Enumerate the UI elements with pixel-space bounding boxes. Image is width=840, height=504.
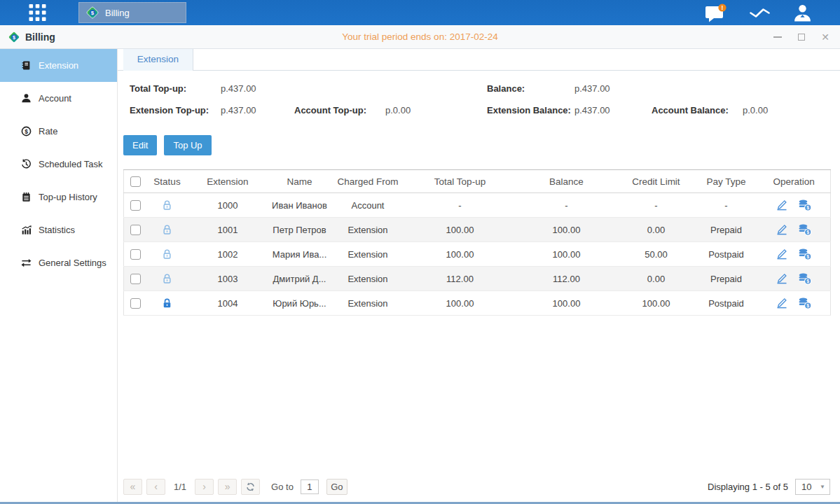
cell-status xyxy=(147,291,188,316)
topup-coins-icon[interactable]: $ xyxy=(798,224,812,236)
trial-notice: Your trial period ends on: 2017-02-24 xyxy=(342,31,497,42)
svg-text:$: $ xyxy=(806,279,809,284)
col-credit-limit: Credit Limit xyxy=(618,170,695,193)
sidebar-item-extension[interactable]: Extension xyxy=(0,49,117,82)
edit-icon[interactable] xyxy=(776,298,788,309)
displaying-text: Displaying 1 - 5 of 5 xyxy=(708,482,788,492)
edit-button[interactable]: Edit xyxy=(123,135,157,155)
cell-checkbox xyxy=(124,291,147,316)
total-topup-value: p.437.00 xyxy=(221,83,256,94)
edit-icon[interactable] xyxy=(776,200,788,211)
table-row: 1000Иван ИвановAccount----$ xyxy=(124,193,831,218)
sidebar-item-label: General Settings xyxy=(39,258,106,268)
chevron-down-icon: ▼ xyxy=(820,484,825,490)
cell-extension: 1000 xyxy=(188,193,268,218)
row-checkbox[interactable] xyxy=(130,225,141,235)
next-page-button[interactable]: › xyxy=(195,479,214,495)
edit-icon[interactable] xyxy=(776,273,788,284)
go-button[interactable]: Go xyxy=(326,479,347,495)
cell-credit-limit: - xyxy=(618,193,695,218)
page-size-select[interactable]: 10 ▼ xyxy=(795,479,830,495)
sidebar-item-statistics[interactable]: Statistics xyxy=(0,214,117,246)
cell-operation: $ xyxy=(758,218,831,242)
cell-total-topup: 100.00 xyxy=(405,242,516,267)
sidebar-item-scheduled-task[interactable]: Scheduled Task xyxy=(0,148,117,181)
cell-balance: 100.00 xyxy=(516,291,618,316)
cell-extension: 1004 xyxy=(188,291,268,316)
cell-pay-type: - xyxy=(695,193,758,218)
col-extension: Extension xyxy=(188,170,268,193)
cell-extension: 1001 xyxy=(188,218,268,242)
row-checkbox[interactable] xyxy=(130,274,141,284)
cell-name: Дмитрий Д... xyxy=(268,267,331,291)
cell-extension: 1002 xyxy=(188,242,268,267)
cell-pay-type: Postpaid xyxy=(695,242,758,267)
cell-status xyxy=(147,193,188,218)
extension-balance-value: p.437.00 xyxy=(574,105,610,115)
main-content: Extension Total Top-up: p.437.00 Balance… xyxy=(118,49,840,502)
account-topup-label: Account Top-up: xyxy=(294,105,366,115)
first-page-button[interactable]: « xyxy=(123,479,142,495)
account-balance-label: Account Balance: xyxy=(652,105,729,115)
edit-icon[interactable] xyxy=(776,224,788,235)
col-balance: Balance xyxy=(516,170,618,193)
sidebar-item-label: Rate xyxy=(39,126,57,136)
sidebar-item-topup-history[interactable]: Top-up History xyxy=(0,181,117,214)
col-status: Status xyxy=(147,170,188,193)
last-page-button[interactable]: » xyxy=(218,479,237,495)
close-icon[interactable]: ✕ xyxy=(820,32,830,42)
cell-charged-from: Account xyxy=(331,193,405,218)
top-up-button[interactable]: Top Up xyxy=(164,135,211,155)
cell-balance: 100.00 xyxy=(516,242,618,267)
cell-operation: $ xyxy=(758,291,831,316)
row-checkbox[interactable] xyxy=(130,298,141,309)
cell-status xyxy=(147,242,188,267)
pagination-bar: « ‹ 1/1 › » Go to Go Displaying 1 - 5 of… xyxy=(123,477,830,496)
edit-icon[interactable] xyxy=(776,248,788,260)
tab-extension[interactable]: Extension xyxy=(123,49,193,71)
page-indicator: 1/1 xyxy=(174,482,186,492)
sidebar-item-label: Extension xyxy=(39,60,78,71)
extension-table: Status Extension Name Charged From Total… xyxy=(123,169,831,316)
sidebar: Extension Account $ Rate Scheduled Task xyxy=(0,49,118,502)
topup-coins-icon[interactable]: $ xyxy=(798,200,812,211)
prev-page-button[interactable]: ‹ xyxy=(146,479,165,495)
goto-page-input[interactable] xyxy=(301,479,319,494)
apps-grid-icon[interactable] xyxy=(25,4,49,22)
sidebar-item-account[interactable]: Account xyxy=(0,82,117,115)
refresh-icon[interactable] xyxy=(241,479,260,495)
tab-strip: Extension xyxy=(118,49,840,71)
select-all-checkbox[interactable] xyxy=(130,176,141,187)
account-topup-value: p.0.00 xyxy=(385,105,411,115)
maximize-icon[interactable] xyxy=(797,32,806,42)
row-checkbox[interactable] xyxy=(130,200,141,211)
topup-coins-icon[interactable]: $ xyxy=(798,248,812,260)
col-name: Name xyxy=(268,170,331,193)
topup-coins-icon[interactable]: $ xyxy=(798,298,812,309)
cell-balance: - xyxy=(516,193,618,218)
minimize-icon[interactable] xyxy=(773,32,783,42)
extension-topup-label: Extension Top-up: xyxy=(130,105,209,115)
cell-checkbox xyxy=(124,218,147,242)
user-icon[interactable] xyxy=(793,4,812,22)
statistics-topbar-icon[interactable] xyxy=(749,5,771,20)
sidebar-item-label: Scheduled Task xyxy=(39,159,103,169)
cell-balance: 112.00 xyxy=(516,267,618,291)
cell-charged-from: Extension xyxy=(331,242,405,267)
messages-icon[interactable]: ! xyxy=(705,4,727,22)
topup-coins-icon[interactable]: $ xyxy=(798,273,812,285)
cell-pay-type: Prepaid xyxy=(695,267,758,291)
table-header-row: Status Extension Name Charged From Total… xyxy=(124,170,831,193)
row-checkbox[interactable] xyxy=(130,249,141,260)
taskbar-tab-billing[interactable]: $ Billing xyxy=(78,2,186,23)
sidebar-item-rate[interactable]: $ Rate xyxy=(0,115,117,148)
sidebar-item-general-settings[interactable]: General Settings xyxy=(0,246,117,279)
cell-pay-type: Postpaid xyxy=(695,291,758,316)
general-settings-icon xyxy=(20,258,32,268)
cell-total-topup: 100.00 xyxy=(405,291,516,316)
window-title: Billing xyxy=(25,31,55,43)
cell-name: Петр Петров xyxy=(268,218,331,242)
account-icon xyxy=(20,93,32,104)
cell-checkbox xyxy=(124,193,147,218)
table-row: 1002Мария Ива...Extension100.00100.0050.… xyxy=(124,242,831,267)
